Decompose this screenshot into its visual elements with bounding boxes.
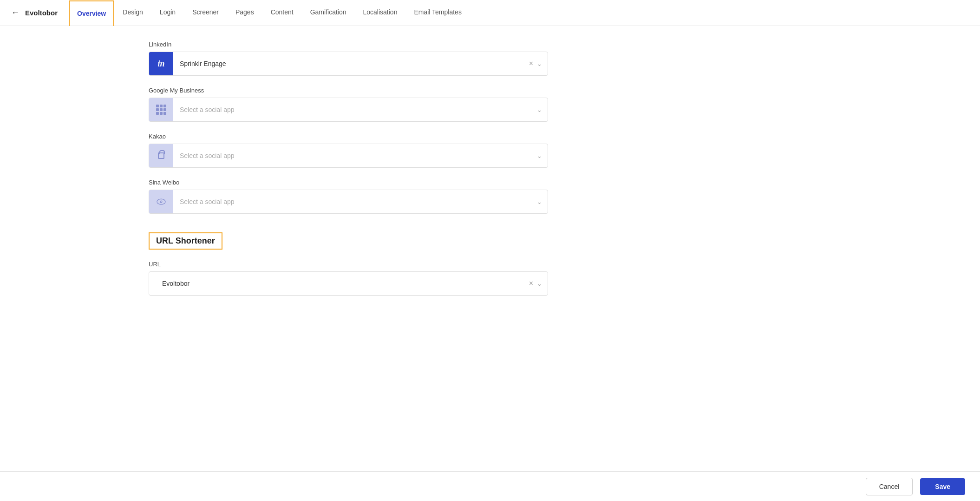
linkedin-field-group: LinkedIn in Sprinklr Engage × ⌄ bbox=[149, 41, 548, 76]
kakao-label: Kakao bbox=[149, 133, 548, 140]
linkedin-label: LinkedIn bbox=[149, 41, 548, 48]
url-field-group: URL Evoltobor × ⌄ bbox=[149, 261, 548, 296]
tab-localisation[interactable]: Localisation bbox=[355, 0, 406, 26]
weibo-chevron-icon[interactable]: ⌄ bbox=[537, 198, 542, 205]
url-shortener-heading: URL Shortener bbox=[149, 232, 222, 250]
url-value: Evoltobor bbox=[156, 280, 529, 287]
svg-point-2 bbox=[161, 201, 162, 203]
url-select[interactable]: Evoltobor × ⌄ bbox=[149, 271, 548, 296]
tab-content[interactable]: Content bbox=[262, 0, 302, 26]
kakao-field-group: Kakao Select a social app ⌄ bbox=[149, 133, 548, 168]
google-select[interactable]: Select a social app ⌄ bbox=[149, 98, 548, 122]
weibo-placeholder: Select a social app bbox=[173, 198, 537, 205]
sina-weibo-label: Sina Weibo bbox=[149, 179, 548, 186]
tab-overview[interactable]: Overview bbox=[69, 0, 114, 26]
nav-tabs: Overview Design Login Screener Pages Con… bbox=[69, 0, 470, 26]
url-label: URL bbox=[149, 261, 548, 268]
google-field-group: Google My Business Select a social app ⌄ bbox=[149, 87, 548, 122]
tab-design[interactable]: Design bbox=[114, 0, 151, 26]
google-icon-box bbox=[149, 98, 173, 122]
main-content: LinkedIn in Sprinklr Engage × ⌄ Google M… bbox=[0, 26, 980, 471]
tab-email-templates[interactable]: Email Templates bbox=[405, 0, 470, 26]
weibo-eye-svg bbox=[157, 198, 166, 205]
tab-login[interactable]: Login bbox=[151, 0, 184, 26]
tab-gamification[interactable]: Gamification bbox=[302, 0, 355, 26]
kakao-actions: ⌄ bbox=[537, 152, 548, 159]
back-arrow-icon: ← bbox=[11, 8, 20, 18]
url-clear-button[interactable]: × bbox=[529, 279, 533, 288]
kakao-placeholder: Select a social app bbox=[173, 152, 537, 159]
linkedin-chevron-icon[interactable]: ⌄ bbox=[537, 60, 542, 67]
brand-name: Evoltobor bbox=[25, 9, 58, 17]
linkedin-icon: in bbox=[157, 59, 164, 69]
sina-weibo-select[interactable]: Select a social app ⌄ bbox=[149, 190, 548, 214]
google-chevron-icon[interactable]: ⌄ bbox=[537, 106, 542, 113]
back-button[interactable]: ← bbox=[11, 8, 20, 18]
url-chevron-icon[interactable]: ⌄ bbox=[537, 280, 542, 287]
google-placeholder: Select a social app bbox=[173, 106, 537, 113]
sina-weibo-field-group: Sina Weibo Select a social app ⌄ bbox=[149, 179, 548, 214]
linkedin-icon-box: in bbox=[149, 52, 173, 76]
weibo-eye-icon bbox=[157, 198, 166, 205]
top-nav: ← Evoltobor Overview Design Login Screen… bbox=[0, 0, 980, 26]
google-actions: ⌄ bbox=[537, 106, 548, 113]
linkedin-clear-button[interactable]: × bbox=[529, 59, 533, 68]
google-label: Google My Business bbox=[149, 87, 548, 94]
linkedin-actions: × ⌄ bbox=[529, 59, 548, 68]
tab-pages[interactable]: Pages bbox=[227, 0, 262, 26]
kakao-select[interactable]: Select a social app ⌄ bbox=[149, 144, 548, 168]
tab-screener[interactable]: Screener bbox=[184, 0, 227, 26]
weibo-icon-box bbox=[149, 190, 173, 214]
url-shortener-section: URL Shortener URL Evoltobor × ⌄ bbox=[149, 232, 548, 307]
google-grid-icon bbox=[156, 105, 166, 115]
url-actions: × ⌄ bbox=[529, 279, 548, 288]
weibo-actions: ⌄ bbox=[537, 198, 548, 205]
kakao-chevron-icon[interactable]: ⌄ bbox=[537, 152, 542, 159]
kakao-icon-box bbox=[149, 144, 173, 168]
linkedin-select[interactable]: in Sprinklr Engage × ⌄ bbox=[149, 52, 548, 76]
kakao-lock-icon bbox=[158, 152, 164, 159]
linkedin-value: Sprinklr Engage bbox=[173, 60, 529, 67]
